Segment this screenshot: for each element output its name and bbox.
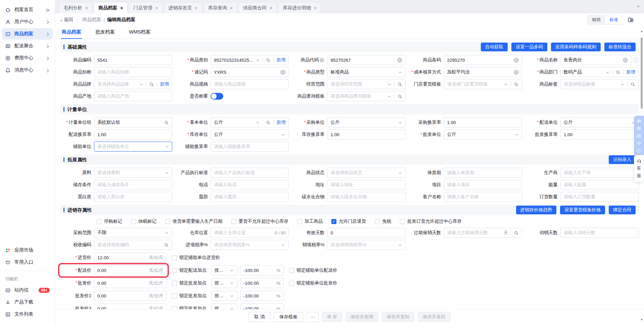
workspace-tab[interactable]: 门店管理× [129,2,162,13]
search-icon[interactable] [514,230,519,235]
view-mode-option[interactable]: 标准 [605,15,623,24]
add-new-link[interactable]: 新增 [160,81,169,87]
sidebar-item[interactable]: 配送聚合 [2,40,53,52]
text-input[interactable]: 0.00元/公斤 [94,278,167,288]
text-input[interactable]: 请输入订货数量 [560,192,639,202]
text-input[interactable]: 请输入地址 [327,180,405,190]
select-field[interactable]: 公斤新增 [211,117,289,127]
section-action-button[interactable]: 识别录入 [609,155,636,164]
add-new-link[interactable]: 新增 [626,69,635,75]
markup-value-input[interactable]: -100.00% [240,304,284,309]
search-icon[interactable] [630,82,635,87]
select-field[interactable]: 公斤 [444,129,522,140]
archive-subtab[interactable]: 商品档案 [61,26,82,39]
text-input[interactable]: 12.00元/公斤 [94,253,167,263]
search-icon[interactable] [149,82,154,87]
text-input[interactable]: 请选择税收编码 [94,240,172,250]
text-input[interactable]: 请输入储存条件 [94,180,172,190]
select-field[interactable]: 标准商品 [327,67,405,77]
search-icon[interactable] [164,120,169,125]
breadcrumb-parent[interactable]: 商品档案 [83,17,101,23]
sidebar-item[interactable]: 费用中心 [2,52,53,64]
search-icon[interactable] [266,58,271,63]
search-icon[interactable] [164,242,169,248]
text-input[interactable]: 请输入商品产地 [94,91,172,101]
select-field[interactable]: 公斤 [560,117,639,127]
markup-mode-select[interactable]: 按比例 [211,304,237,309]
checkbox[interactable]: 停购标记 [97,218,122,224]
workspace-tab[interactable]: 库存查询× [204,2,237,13]
section-action-button[interactable]: 绑定合同 [609,206,636,214]
footer-button[interactable]: 取 消 [248,312,270,322]
section-action-button[interactable]: 设置要货模板价格 [560,206,605,214]
text-input[interactable]: 5541 [94,55,172,65]
text-input[interactable]: 1.00 [94,129,172,140]
workspace-tab[interactable]: 进销存首页× [164,2,202,13]
sidebar-item[interactable]: 文件列表 [2,309,53,320]
checkbox[interactable]: 批发订货允许超过中心库存 [400,218,462,224]
sidebar-item[interactable]: 用户中心 [2,16,53,28]
scroll-up-icon[interactable]: ▲ [640,30,643,33]
select-field[interactable]: 请选择原料 [94,168,172,178]
select-field[interactable]: 请选择门店要货模板 [444,79,522,89]
clear-icon[interactable]: × [514,58,519,63]
archive-subtab[interactable]: WMS档案 [128,26,151,39]
checkbox[interactable]: 锁定辅助单位进货价 [172,255,220,261]
workspace-tab[interactable]: 毛利分析× [59,2,92,13]
checkbox[interactable]: 免税 [375,218,391,224]
select-field[interactable]: 952701523145258...新增 [211,55,289,65]
checkbox[interactable]: ✓允许门店退货 [331,218,366,224]
text-input[interactable]: 请输入保质期 [444,168,522,178]
text-input[interactable]: 鱼香肉丝× [560,55,631,65]
text-input[interactable]: 请输入商品别称 [94,67,172,77]
section-action-button[interactable]: 标准转混合 [604,43,636,51]
collapse-sidebar-icon[interactable] [45,7,51,13]
footer-button[interactable]: ··· [307,312,319,322]
select-field[interactable]: 请选择商品标签 [560,79,639,89]
scrollbar-thumb[interactable] [641,38,643,109]
checkbox[interactable]: 锁定辅助单位批发价 [289,280,337,286]
text-input[interactable]: 0 [327,228,405,238]
markup-value-input[interactable]: -100.00% [240,278,284,288]
checkbox[interactable]: 锁定批发加点 [172,280,206,286]
markup-mode-select[interactable]: 按比例 [211,265,237,275]
text-input[interactable]: 0.00元/公斤 [94,291,167,301]
markup-mode-select[interactable]: 按比例 [211,291,237,301]
sidebar-item[interactable]: 常用入口 [2,257,53,268]
view-mode-option[interactable]: 精简 [588,15,605,24]
sidebar-item[interactable]: 应用市场 [2,245,53,256]
close-icon[interactable]: × [314,6,317,10]
search-icon[interactable] [615,70,620,75]
archive-subtab[interactable]: 批发档案 [95,26,116,39]
footer-button[interactable]: 保 存 [322,312,342,322]
footer-button[interactable]: 保存并复制 [382,312,415,322]
text-input[interactable]: 请输入项目 [444,180,522,190]
select-field[interactable]: 请选择商品查询模板 [327,91,405,101]
add-new-link[interactable]: 新增 [276,57,285,63]
scroll-down-icon[interactable]: ▼ [640,319,643,321]
markup-value-input[interactable]: -100.00% [240,291,284,301]
workspace-tab[interactable]: 商品档案× [94,2,127,13]
checkbox[interactable]: 锁定辅助单位配送价 [289,267,337,273]
checkbox[interactable]: 收货单需要输入生产日期 [165,218,223,224]
add-new-link[interactable]: 新增 [276,119,285,125]
text-input[interactable]: 请输入碳水化合物 [327,192,405,202]
clear-icon[interactable]: × [280,70,285,75]
text-input[interactable]: 加权平均法? [444,67,522,77]
select-field[interactable]: 请选择经营范围 [327,79,405,89]
close-icon[interactable]: × [120,6,123,10]
text-input[interactable]: 请输入生产商 [560,168,639,178]
sidebar-item[interactable]: 消息中心 [2,64,53,76]
text-input[interactable]: 请输入电话 [211,180,289,190]
checkbox[interactable]: 锁定批发加点 [172,306,206,309]
layout-switch-icon[interactable] [627,16,634,23]
text-input[interactable]: 95270267× [327,55,405,65]
text-input[interactable]: 请输入客户名称 [444,192,522,202]
select-field[interactable]: 请选择销项税率% [327,240,405,250]
close-icon[interactable]: × [155,6,158,10]
text-input[interactable]: 请输入仓库位置0 / 50 [211,228,289,238]
text-input[interactable]: 请输入脂肪 [211,192,289,202]
text-input[interactable]: 请输入商品规格 [211,79,289,89]
close-icon[interactable]: × [230,6,233,10]
section-action-button[interactable]: 设置一品多码 [511,43,547,51]
